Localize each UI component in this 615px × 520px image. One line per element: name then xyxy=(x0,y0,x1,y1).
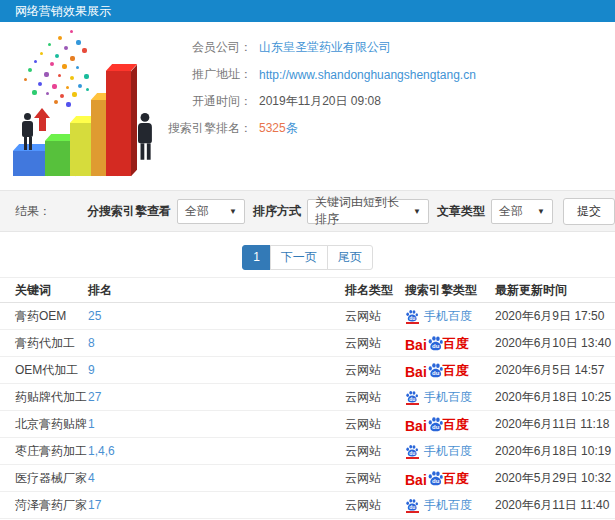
keyword-cell: 膏药代加工 xyxy=(15,335,88,352)
table-row: 医疗器械厂家4云网站Baidu百度2020年5月29日 10:32 xyxy=(0,465,615,492)
submit-button[interactable]: 提交 xyxy=(563,198,615,225)
company-link[interactable]: 山东皇圣堂药业有限公司 xyxy=(259,39,391,56)
svg-text:du: du xyxy=(409,451,415,456)
engine-rank-row: 搜索引擎排名： 5325条 xyxy=(160,115,476,142)
up-arrow-icon xyxy=(34,108,50,131)
engine-label: 手机百度 xyxy=(424,443,472,460)
confetti-dot xyxy=(70,30,73,33)
sort-select[interactable]: 关键词由短到长排序 ▼ xyxy=(307,199,429,224)
baidu-paw-icon: du xyxy=(427,470,444,487)
confetti-dot xyxy=(66,102,71,107)
updated-cell: 2020年6月18日 10:25 xyxy=(495,389,615,406)
mobile-baidu-icon: du xyxy=(405,444,419,459)
confetti-dot xyxy=(28,68,32,72)
sort-value: 关键词由短到长排序 xyxy=(315,194,405,228)
chevron-down-icon: ▼ xyxy=(229,207,237,216)
rank-count-suffix: 条 xyxy=(286,121,298,135)
promo-url-link[interactable]: http://www.shandonghuangshengtang.cn xyxy=(259,68,476,82)
engine-cell: du手机百度 xyxy=(405,308,495,325)
table-row: 膏药OEM25云网站du手机百度2020年6月9日 17:50 xyxy=(0,303,615,330)
baidu-paw-icon: du xyxy=(427,335,444,352)
keyword-cell: OEM代加工 xyxy=(15,362,88,379)
title-bar: 网络营销效果展示 xyxy=(0,0,615,22)
sort-label: 排序方式 xyxy=(253,203,301,220)
confetti-dot xyxy=(40,52,43,55)
confetti-dot xyxy=(72,92,77,97)
baidu-logo: Baidu百度 xyxy=(405,468,469,488)
engine-filter-label: 分搜索引擎查看 xyxy=(87,203,171,220)
baidu-logo: Baidu百度 xyxy=(405,333,469,353)
article-type-select[interactable]: 全部 ▼ xyxy=(491,199,553,224)
confetti-dot xyxy=(32,90,37,95)
baidu-paw-icon: du xyxy=(405,444,419,458)
confetti-dot xyxy=(38,82,42,86)
company-label: 会员公司： xyxy=(160,39,252,56)
keyword-cell: 医疗器械厂家 xyxy=(15,470,88,487)
confetti-dot xyxy=(86,88,89,91)
chevron-down-icon: ▼ xyxy=(537,207,545,216)
page-1-button[interactable]: 1 xyxy=(242,245,271,270)
rank-link[interactable]: 17 xyxy=(88,498,345,512)
table-row: OEM代加工9云网站Baidu百度2020年6月5日 14:57 xyxy=(0,357,615,384)
confetti-dot xyxy=(64,46,68,50)
baidu-paw-icon: du xyxy=(405,309,419,323)
rank-link[interactable]: 27 xyxy=(88,390,345,404)
confetti-dot xyxy=(50,62,54,66)
svg-text:du: du xyxy=(432,370,440,376)
confetti-dot xyxy=(58,74,61,77)
baidu-paw-icon: du xyxy=(405,498,419,512)
updated-cell: 2020年6月11日 11:40 xyxy=(495,497,615,514)
rank-type-cell: 云网站 xyxy=(345,308,405,325)
rank-link[interactable]: 4 xyxy=(88,471,345,485)
engine-rank-value: 5325条 xyxy=(259,120,298,137)
confetti-dot xyxy=(66,86,69,89)
bar-3d xyxy=(13,151,47,176)
engine-label: 手机百度 xyxy=(424,497,472,514)
col-engine-type: 搜索引擎类型 xyxy=(405,282,495,299)
updated-cell: 2020年5月29日 10:32 xyxy=(495,470,615,487)
rank-link[interactable]: 1,4,6 xyxy=(88,444,345,458)
confetti-dot xyxy=(24,78,27,81)
col-rank: 排名 xyxy=(88,282,345,299)
rank-type-cell: 云网站 xyxy=(345,443,405,460)
engine-filter-select[interactable]: 全部 ▼ xyxy=(177,199,245,224)
rank-link[interactable]: 8 xyxy=(88,336,345,350)
confetti-dot xyxy=(52,84,57,89)
confetti-dot xyxy=(84,74,89,79)
open-time-label: 开通时间： xyxy=(160,93,252,110)
last-page-button[interactable]: 尾页 xyxy=(327,245,373,270)
rank-link[interactable]: 9 xyxy=(88,363,345,377)
svg-text:du: du xyxy=(432,424,440,430)
chevron-down-icon: ▼ xyxy=(413,207,421,216)
results-table: 关键词 排名 排名类型 搜索引擎类型 最新更新时间 膏药OEM25云网站du手机… xyxy=(0,277,615,519)
engine-cell: Baidu百度 xyxy=(405,333,495,353)
table-body: 膏药OEM25云网站du手机百度2020年6月9日 17:50膏药代加工8云网站… xyxy=(0,303,615,519)
svg-text:du: du xyxy=(409,397,415,402)
engine-cell: du手机百度 xyxy=(405,443,495,460)
engine-rank-label: 搜索引擎排名： xyxy=(160,120,252,137)
engine-filter-value: 全部 xyxy=(185,203,209,220)
bar-3d xyxy=(106,71,131,176)
filter-group: 分搜索引擎查看 全部 ▼ 排序方式 关键词由短到长排序 ▼ 文章类型 全部 ▼ … xyxy=(79,198,615,225)
baidu-logo: Baidu百度 xyxy=(405,414,469,434)
businessman-figure xyxy=(22,113,33,150)
rank-link[interactable]: 25 xyxy=(88,309,345,323)
rank-type-cell: 云网站 xyxy=(345,497,405,514)
keyword-cell: 膏药OEM xyxy=(15,308,88,325)
confetti-dot xyxy=(58,36,62,40)
next-page-button[interactable]: 下一页 xyxy=(270,245,328,270)
baidu-logo: Baidu百度 xyxy=(405,360,469,380)
engine-cell: Baidu百度 xyxy=(405,468,495,488)
rank-count-number: 5325 xyxy=(259,121,286,135)
confetti-dot xyxy=(70,56,75,61)
confetti-dot xyxy=(44,72,49,77)
updated-cell: 2020年6月18日 10:19 xyxy=(495,443,615,460)
rank-link[interactable]: 1 xyxy=(88,417,345,431)
confetti-dot xyxy=(82,48,87,53)
engine-label: 手机百度 xyxy=(424,389,472,406)
promo-url-row: 推广地址： http://www.shandonghuangshengtang.… xyxy=(160,61,476,88)
baidu-paw-icon: du xyxy=(427,416,444,433)
keyword-cell: 菏泽膏药厂家 xyxy=(15,497,88,514)
company-row: 会员公司： 山东皇圣堂药业有限公司 xyxy=(160,34,476,61)
table-row: 膏药代加工8云网站Baidu百度2020年6月10日 13:40 xyxy=(0,330,615,357)
